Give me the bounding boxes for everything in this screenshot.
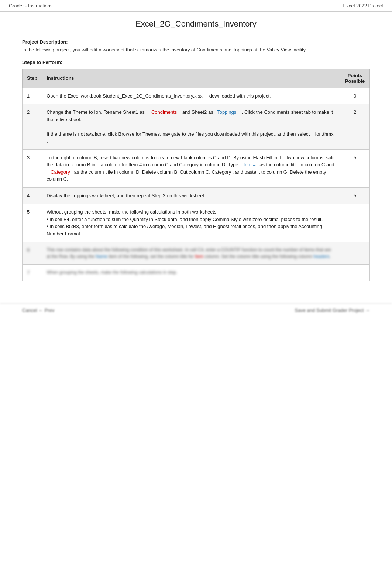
- step-number: 5: [23, 204, 42, 242]
- step-number: 2: [23, 104, 42, 150]
- project-description: In the following project, you will edit …: [22, 46, 370, 54]
- step-points: 2: [340, 104, 370, 150]
- step-number: 4: [23, 187, 42, 204]
- step-instruction: When grouping the sheets, make the follo…: [42, 265, 340, 281]
- highlight-category: Category: [51, 169, 70, 175]
- step-points: [340, 265, 370, 281]
- step-instruction: Open the Excel workbook Student_Excel_2G…: [42, 88, 340, 104]
- table-row: 3 To the right of column B, insert two n…: [23, 149, 370, 187]
- step-instruction: Change the Theme to Ion. Rename Sheet1 a…: [42, 104, 340, 150]
- page-content: Excel_2G_Condiments_Inventory Project De…: [0, 12, 392, 296]
- step-points: 0: [340, 88, 370, 104]
- highlight-toppings: Toppings: [217, 109, 236, 115]
- step-instruction: To the right of column B, insert two new…: [42, 149, 340, 187]
- steps-label: Steps to Perform:: [22, 59, 370, 65]
- table-row: 4 Display the Toppings worksheet, and th…: [23, 187, 370, 204]
- bottom-right[interactable]: Save and Submit Grader Project →: [295, 307, 370, 313]
- col-points: PointsPossible: [340, 69, 370, 88]
- page-title: Excel_2G_Condiments_Inventory: [22, 19, 370, 32]
- table-row: 6 This row contains data about the follo…: [23, 242, 370, 265]
- step-instruction: Display the Toppings worksheet, and then…: [42, 187, 340, 204]
- step-instruction: This row contains data about the followi…: [42, 242, 340, 265]
- project-description-label: Project Description:: [22, 39, 370, 45]
- step-instruction: Without grouping the sheets, make the fo…: [42, 204, 340, 242]
- bottom-bar: Cancel ← Prev Save and Submit Grader Pro…: [0, 303, 392, 317]
- step-number: 3: [23, 149, 42, 187]
- highlight-condiments: Condiments: [151, 109, 177, 115]
- table-row: 5 Without grouping the sheets, make the …: [23, 204, 370, 242]
- highlight-item-hash: Item #: [242, 162, 255, 167]
- col-instructions: Instructions: [42, 69, 340, 88]
- top-bar-right: Excel 2022 Project: [343, 3, 383, 8]
- table-row: 1 Open the Excel workbook Student_Excel_…: [23, 88, 370, 104]
- step-points: [340, 242, 370, 265]
- step-number: 6: [23, 242, 42, 265]
- bottom-left[interactable]: Cancel ← Prev: [22, 307, 54, 313]
- table-row: 7 When grouping the sheets, make the fol…: [23, 265, 370, 281]
- step-points: 5: [340, 149, 370, 187]
- col-step: Step: [23, 69, 42, 88]
- step-number: 7: [23, 265, 42, 281]
- step-points: [340, 204, 370, 242]
- steps-table: Step Instructions PointsPossible 1 Open …: [22, 69, 370, 281]
- top-bar-left: Grader - Instructions: [9, 3, 53, 8]
- table-row: 2 Change the Theme to Ion. Rename Sheet1…: [23, 104, 370, 150]
- top-bar: Grader - Instructions Excel 2022 Project: [0, 0, 392, 12]
- step-number: 1: [23, 88, 42, 104]
- step-points: 5: [340, 187, 370, 204]
